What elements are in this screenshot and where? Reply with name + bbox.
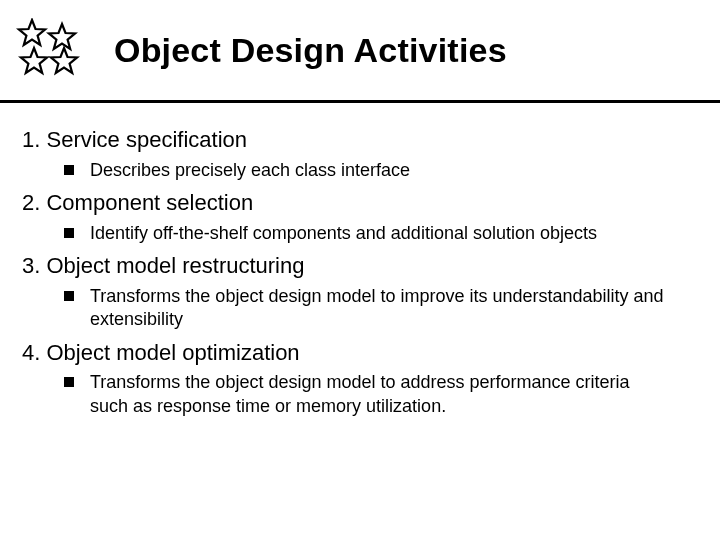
item-number: 4. [22, 340, 40, 365]
sub-item: Transforms the object design model to im… [22, 285, 692, 332]
sub-item: Transforms the object design model to ad… [22, 371, 692, 418]
sub-item-text: Transforms the object design model to im… [90, 285, 670, 332]
list-item: 1. Service specification Describes preci… [22, 125, 692, 182]
item-label: Object model restructuring [46, 253, 304, 278]
item-number: 1. [22, 127, 40, 152]
item-heading: 4. Object model optimization [22, 338, 692, 368]
slide-title: Object Design Activities [114, 31, 507, 70]
sub-item-text: Transforms the object design model to ad… [90, 371, 670, 418]
list-item: 3. Object model restructuring Transforms… [22, 251, 692, 331]
sub-item: Identify off-the-shelf components and ad… [22, 222, 692, 245]
square-bullet-icon [64, 291, 74, 301]
square-bullet-icon [64, 377, 74, 387]
slide-content: 1. Service specification Describes preci… [0, 103, 720, 418]
item-label: Service specification [46, 127, 247, 152]
item-number: 3. [22, 253, 40, 278]
sub-item: Describes precisely each class interface [22, 159, 692, 182]
item-heading: 2. Component selection [22, 188, 692, 218]
slide-header: Object Design Activities [0, 0, 720, 82]
list-item: 2. Component selection Identify off-the-… [22, 188, 692, 245]
square-bullet-icon [64, 165, 74, 175]
item-number: 2. [22, 190, 40, 215]
item-heading: 3. Object model restructuring [22, 251, 692, 281]
item-heading: 1. Service specification [22, 125, 692, 155]
stars-icon [10, 18, 96, 82]
item-label: Component selection [46, 190, 253, 215]
item-label: Object model optimization [46, 340, 299, 365]
square-bullet-icon [64, 228, 74, 238]
sub-item-text: Describes precisely each class interface [90, 159, 410, 182]
sub-item-text: Identify off-the-shelf components and ad… [90, 222, 597, 245]
list-item: 4. Object model optimization Transforms … [22, 338, 692, 418]
